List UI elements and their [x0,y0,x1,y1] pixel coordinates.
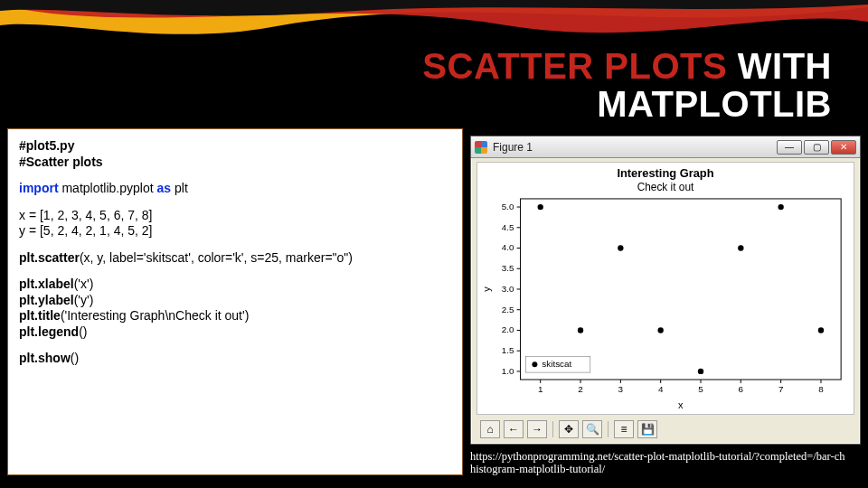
svg-text:1.5: 1.5 [502,345,514,355]
slide-title: SCATTER PLOTS WITH MATPLOTLIB [362,47,832,123]
svg-text:y: y [481,286,492,292]
code-line: y = [5, 2, 4, 2, 1, 4, 5, 2] [19,223,451,239]
slide-title-accent: SCATTER PLOTS [422,46,727,86]
svg-text:skitscat: skitscat [542,359,571,369]
code-call: plt.title [19,308,61,323]
save-icon[interactable]: 💾 [637,420,657,438]
figure-title: Figure 1 [493,141,771,154]
maximize-button[interactable]: ▢ [804,140,829,155]
svg-text:3.5: 3.5 [502,263,514,273]
minimize-button[interactable]: — [777,140,802,155]
zoom-icon[interactable]: 🔍 [582,420,602,438]
svg-text:2.0: 2.0 [502,324,514,334]
code-keyword-import: import [19,181,59,195]
code-call: plt.xlabel [19,277,74,291]
home-icon[interactable]: ⌂ [480,420,500,438]
svg-text:4.0: 4.0 [502,242,514,252]
code-call: plt.show [19,351,71,365]
code-text: plt [171,181,188,195]
code-args: ('Interesting Graph\nCheck it out') [61,308,249,323]
svg-point-42 [658,327,664,333]
code-comment: #Scatter plots [19,155,103,169]
svg-point-48 [532,361,537,367]
close-button[interactable]: ✕ [831,140,856,155]
svg-text:5: 5 [698,384,703,394]
toolbar-separator [552,421,553,437]
app-icon [475,141,487,154]
figure-window: Figure 1 — ▢ ✕ Interesting GraphCheck it… [470,136,861,445]
code-keyword-as: as [157,181,172,195]
svg-point-40 [578,327,583,333]
figure-titlebar: Figure 1 — ▢ ✕ [471,136,860,158]
svg-text:5.0: 5.0 [502,202,514,211]
citation-line: histogram-matplotlib-tutorial/ [470,463,864,475]
code-text: matplotlib.pyplot [59,181,157,195]
svg-text:4: 4 [658,384,664,394]
citation-line: https://pythonprogramming.net/scatter-pl… [470,450,864,463]
svg-rect-0 [521,199,842,380]
svg-text:4.5: 4.5 [502,222,514,232]
svg-text:7: 7 [778,384,784,394]
svg-text:1: 1 [538,384,543,394]
toolbar-separator [608,421,609,437]
pan-icon[interactable]: ✥ [559,420,579,438]
svg-point-39 [538,204,543,210]
svg-text:Interesting Graph: Interesting Graph [617,166,713,180]
svg-point-41 [618,245,623,250]
svg-text:x: x [678,399,684,410]
svg-point-44 [738,245,743,250]
svg-point-46 [818,327,824,333]
code-call: plt.ylabel [19,293,74,307]
code-line: x = [1, 2, 3, 4, 5, 6, 7, 8] [19,208,451,224]
subplots-icon[interactable]: ≡ [614,420,634,438]
code-block: #plot5.py #Scatter plots import matplotl… [7,128,463,475]
svg-point-45 [778,204,783,210]
code-call: plt.scatter [19,250,80,265]
svg-text:3: 3 [618,384,624,394]
code-args: () [79,324,87,339]
code-args: () [71,351,79,365]
svg-text:8: 8 [818,384,824,394]
plot-canvas: Interesting GraphCheck it out12345678x1.… [476,162,854,415]
code-args: (x, y, label='skitscat', color='k', s=25… [80,250,353,265]
svg-text:2: 2 [578,384,583,394]
svg-text:6: 6 [739,384,744,394]
svg-point-43 [698,369,703,374]
code-comment: #plot5.py [19,138,74,153]
citation: https://pythonprogramming.net/scatter-pl… [470,450,864,476]
svg-text:1.0: 1.0 [502,366,514,376]
svg-text:3.0: 3.0 [502,284,514,294]
svg-text:2.5: 2.5 [502,305,514,314]
svg-text:Check it out: Check it out [637,181,694,193]
forward-icon[interactable]: → [527,420,547,438]
figure-toolbar: ⌂ ← → ✥ 🔍 ≡ 💾 [476,418,854,440]
code-args: ('x') [74,277,94,291]
back-icon[interactable]: ← [504,420,524,438]
code-args: ('y') [74,293,94,307]
code-call: plt.legend [19,324,79,339]
